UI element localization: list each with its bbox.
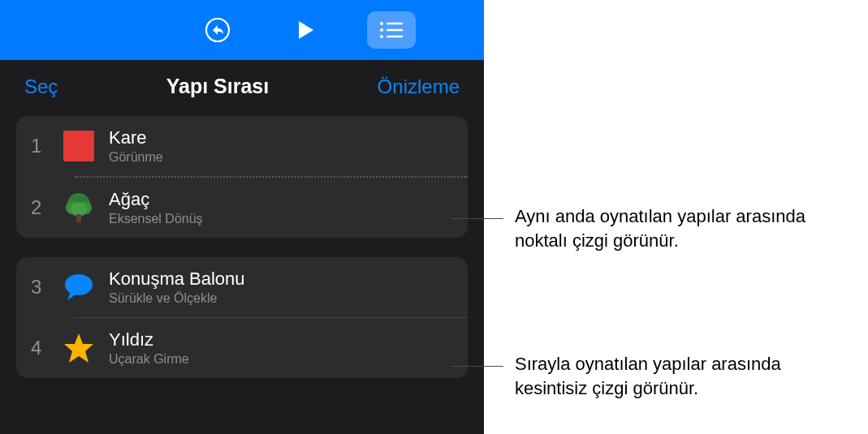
speech-bubble-icon [62,270,96,304]
build-row[interactable]: 1 Kare Görünme [16,116,468,176]
top-toolbar [0,0,484,60]
row-text: Yıldız Uçarak Girme [109,329,453,367]
row-title: Ağaç [109,189,453,210]
build-list: 1 Kare Görünme 2 [0,116,484,378]
callout-text: Sırayla oynatılan yapılar arasında kesin… [515,352,840,400]
row-subtitle: Eksensel Dönüş [109,212,453,226]
preview-button[interactable]: Önizleme [378,75,460,98]
row-text: Kare Görünme [109,127,453,165]
callout-simultaneous: Aynı anda oynatılan yapılar arasında nok… [451,185,840,252]
row-title: Konuşma Balonu [109,269,453,290]
square-icon [62,129,96,163]
build-row[interactable]: 2 Ağaç Eksensel Dönüş [16,178,468,238]
undo-icon[interactable] [198,11,237,49]
svg-rect-11 [76,214,81,222]
callout-sequential: Sırayla oynatılan yapılar arasında kesin… [451,333,840,400]
play-icon[interactable] [286,11,325,49]
row-number: 2 [31,196,62,219]
row-number: 4 [31,337,62,359]
row-subtitle: Uçarak Girme [109,352,453,367]
svg-point-5 [380,35,383,38]
svg-point-3 [380,28,383,32]
select-button[interactable]: Seç [24,75,58,98]
build-group: 1 Kare Görünme 2 [16,116,468,238]
header-bar: Seç Yapı Sırası Önizleme [0,60,484,116]
page-title: Yapı Sırası [166,75,269,98]
star-icon [62,331,96,365]
build-order-panel: Seç Yapı Sırası Önizleme 1 Kare Görünme … [0,0,484,434]
svg-point-12 [65,274,93,295]
row-title: Yıldız [109,329,453,350]
row-subtitle: Sürükle ve Ölçekle [109,291,453,306]
list-icon[interactable] [367,11,416,49]
svg-point-1 [380,22,383,25]
tree-icon [62,191,96,225]
row-number: 1 [31,135,62,157]
build-row[interactable]: 3 Konuşma Balonu Sürükle ve Ölçekle [16,257,468,317]
callout-text: Aynı anda oynatılan yapılar arasında nok… [515,204,840,252]
row-title: Kare [109,127,453,148]
row-text: Ağaç Eksensel Dönüş [109,189,453,226]
build-group: 3 Konuşma Balonu Sürükle ve Ölçekle 4 [16,257,468,378]
row-number: 3 [31,276,62,299]
build-row[interactable]: 4 Yıldız Uçarak Girme [16,318,468,378]
callout-line [451,366,503,367]
row-subtitle: Görünme [109,150,453,165]
row-text: Konuşma Balonu Sürükle ve Ölçekle [109,269,453,306]
callout-line [451,218,503,219]
